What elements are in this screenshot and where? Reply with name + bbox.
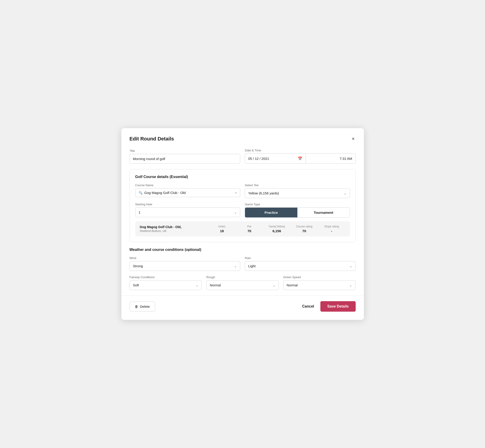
- holes-value: 18: [208, 229, 236, 233]
- date-input[interactable]: 05 / 12 / 2021 📅: [245, 153, 306, 164]
- par-stat: Par 70: [236, 225, 263, 233]
- green-speed-value: Normal: [287, 283, 298, 287]
- trash-icon: 🗑: [135, 304, 138, 308]
- fairway-rough-green-row: Fairway Conditions Soft ⌄ Rough Normal ⌄…: [129, 275, 356, 290]
- weather-section-title: Weather and course conditions (optional): [129, 248, 356, 252]
- fairway-group: Fairway Conditions Soft ⌄: [129, 275, 202, 290]
- datetime-field-group: Date & Time 05 / 12 / 2021 📅: [245, 149, 356, 164]
- select-tee-value: Yellow (6,156 yards): [248, 191, 279, 195]
- title-input[interactable]: [129, 154, 241, 164]
- starting-hole-game-type-row: Starting Hole 1 ⌄ Game Type Practice Tou…: [135, 203, 350, 218]
- course-info-name-main: Gog Magog Golf Club - Old,: [140, 225, 208, 229]
- course-info-name-group: Gog Magog Golf Club - Old, Shelford Bott…: [140, 225, 208, 233]
- course-rating-label: Course rating: [291, 225, 318, 228]
- wind-rain-row: Wind Strong ⌄ Rain Light ⌄: [129, 256, 356, 271]
- course-name-label: Course Name: [135, 184, 241, 187]
- holes-label: Holes: [208, 225, 236, 228]
- date-text: 05 / 12 / 2021: [248, 157, 297, 160]
- chevron-down-icon-wind: ⌄: [234, 264, 237, 268]
- rough-dropdown[interactable]: Normal ⌄: [206, 280, 279, 290]
- wind-dropdown[interactable]: Strong ⌄: [129, 261, 241, 271]
- green-speed-label: Green Speed: [283, 275, 356, 279]
- time-input[interactable]: [306, 153, 356, 164]
- starting-hole-value: 1: [139, 210, 140, 214]
- chevron-down-icon: ⌄: [344, 192, 347, 195]
- fairway-value: Soft: [133, 283, 139, 287]
- rain-dropdown[interactable]: Light ⌄: [245, 261, 356, 271]
- course-name-input[interactable]: 🔍 Gog Magog Golf Club - Old ×: [135, 188, 241, 197]
- course-name-text: Gog Magog Golf Club - Old: [144, 191, 233, 195]
- chevron-down-icon-fairway: ⌄: [196, 283, 198, 287]
- course-info-row: Gog Magog Golf Club - Old, Shelford Bott…: [135, 221, 350, 237]
- top-row: Title Date & Time 05 / 12 / 2021 📅: [129, 149, 356, 164]
- course-name-tee-row: Course Name 🔍 Gog Magog Golf Club - Old …: [135, 184, 350, 198]
- rain-label: Rain: [245, 256, 356, 260]
- chevron-down-icon-2: ⌄: [234, 211, 237, 214]
- delete-button[interactable]: 🗑 Delete: [129, 302, 155, 312]
- slope-rating-value: -: [318, 229, 345, 233]
- search-icon: 🔍: [139, 191, 143, 195]
- modal-header: Edit Round Details ×: [129, 136, 356, 142]
- datetime-inputs: 05 / 12 / 2021 📅: [245, 153, 356, 164]
- rain-group: Rain Light ⌄: [245, 256, 356, 271]
- practice-button[interactable]: Practice: [245, 208, 297, 217]
- rain-value: Light: [248, 264, 256, 268]
- save-button[interactable]: Save Details: [320, 301, 356, 312]
- modal-title: Edit Round Details: [129, 136, 174, 142]
- footer-row: 🗑 Delete Cancel Save Details: [129, 301, 356, 312]
- starting-hole-label: Starting Hole: [135, 203, 241, 206]
- golf-course-section: Golf Course details (Essential) Course N…: [129, 169, 356, 242]
- weather-section: Weather and course conditions (optional)…: [129, 248, 356, 290]
- course-name-group: Course Name 🔍 Gog Magog Golf Club - Old …: [135, 184, 241, 198]
- yards-label: Yards(Yellow): [263, 225, 290, 228]
- calendar-icon: 📅: [298, 156, 302, 161]
- game-type-label: Game Type: [245, 203, 350, 206]
- par-label: Par: [236, 225, 263, 228]
- game-type-toggle: Practice Tournament: [245, 207, 350, 218]
- edit-round-modal: Edit Round Details × Title Date & Time 0…: [121, 128, 364, 320]
- starting-hole-dropdown[interactable]: 1 ⌄: [135, 207, 241, 217]
- rough-value: Normal: [210, 283, 221, 287]
- rough-label: Rough: [206, 275, 279, 279]
- title-label: Title: [129, 149, 241, 152]
- game-type-group: Game Type Practice Tournament: [245, 203, 350, 218]
- rough-group: Rough Normal ⌄: [206, 275, 279, 290]
- wind-value: Strong: [133, 264, 143, 268]
- select-tee-dropdown[interactable]: Yellow (6,156 yards) ⌄: [245, 188, 350, 198]
- close-button[interactable]: ×: [351, 136, 356, 142]
- course-rating-value: 70: [291, 229, 318, 233]
- footer-divider: [121, 296, 364, 296]
- clear-icon[interactable]: ×: [235, 191, 237, 195]
- chevron-down-icon-rain: ⌄: [349, 264, 352, 268]
- title-field-group: Title: [129, 149, 241, 164]
- wind-label: Wind: [129, 256, 241, 260]
- delete-label: Delete: [140, 304, 150, 308]
- green-speed-group: Green Speed Normal ⌄: [283, 275, 356, 290]
- course-info-location: Shelford Bottom, UK: [140, 229, 208, 233]
- chevron-down-icon-green: ⌄: [349, 283, 352, 287]
- tournament-button[interactable]: Tournament: [297, 208, 350, 217]
- slope-rating-label: Slope rating: [318, 225, 345, 228]
- chevron-down-icon-rough: ⌄: [273, 283, 275, 287]
- starting-hole-group: Starting Hole 1 ⌄: [135, 203, 241, 218]
- cancel-button[interactable]: Cancel: [300, 302, 316, 311]
- fairway-label: Fairway Conditions: [129, 275, 202, 279]
- fairway-dropdown[interactable]: Soft ⌄: [129, 280, 202, 290]
- course-rating-stat: Course rating 70: [291, 225, 318, 233]
- par-value: 70: [236, 229, 263, 233]
- yards-value: 6,156: [263, 229, 290, 233]
- yards-stat: Yards(Yellow) 6,156: [263, 225, 290, 233]
- holes-stat: Holes 18: [208, 225, 236, 233]
- slope-rating-stat: Slope rating -: [318, 225, 345, 233]
- wind-group: Wind Strong ⌄: [129, 256, 241, 271]
- golf-course-section-title: Golf Course details (Essential): [135, 175, 350, 179]
- green-speed-dropdown[interactable]: Normal ⌄: [283, 280, 356, 290]
- select-tee-group: Select Tee Yellow (6,156 yards) ⌄: [245, 184, 350, 198]
- datetime-label: Date & Time: [245, 149, 356, 152]
- select-tee-label: Select Tee: [245, 184, 350, 187]
- footer-right: Cancel Save Details: [300, 301, 356, 312]
